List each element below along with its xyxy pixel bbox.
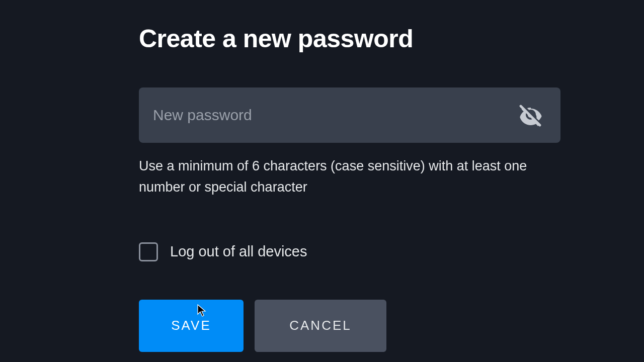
page-title: Create a new password bbox=[139, 24, 558, 53]
toggle-password-visibility-button[interactable] bbox=[518, 103, 543, 128]
eye-off-icon bbox=[519, 103, 543, 128]
password-form: Create a new password Use a minimum of 6… bbox=[0, 0, 644, 352]
save-button[interactable]: SAVE bbox=[139, 300, 244, 352]
password-field-wrap bbox=[139, 87, 560, 143]
logout-all-row: Log out of all devices bbox=[139, 242, 558, 261]
logout-all-checkbox[interactable] bbox=[139, 242, 158, 261]
logout-all-label: Log out of all devices bbox=[170, 243, 307, 260]
new-password-input[interactable] bbox=[153, 107, 518, 124]
cancel-button[interactable]: CANCEL bbox=[255, 300, 386, 352]
button-row: SAVE CANCEL bbox=[139, 300, 558, 352]
password-hint: Use a minimum of 6 characters (case sens… bbox=[139, 156, 558, 198]
